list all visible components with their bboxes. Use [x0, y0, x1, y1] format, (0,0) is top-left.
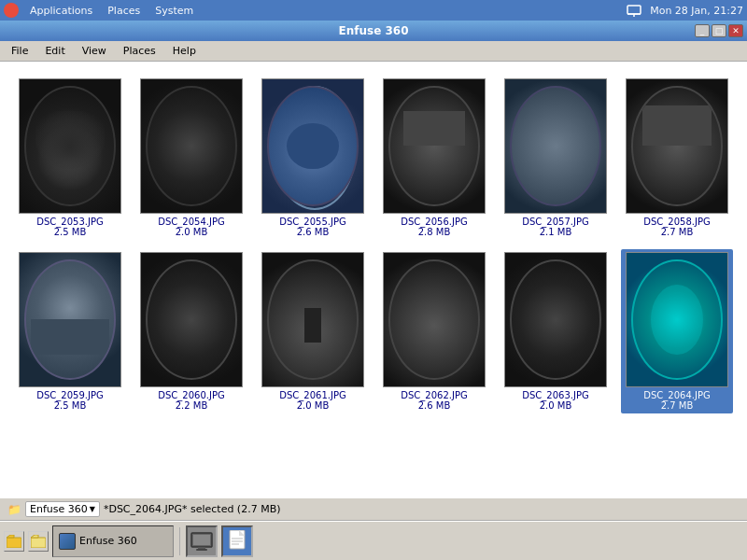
taskbar-folder2-icon-btn[interactable]: [28, 531, 49, 552]
menu-help[interactable]: Help: [165, 43, 204, 59]
thumb-item-2064[interactable]: DSC_2064.JPG 2.7 MB: [621, 249, 733, 413]
network-icon: [626, 3, 642, 18]
folder2-icon: [31, 535, 46, 548]
system-bar: Applications Places System Mon 28 Jan, 2…: [0, 0, 747, 21]
fisheye-2064: [627, 253, 727, 386]
thumb-item-2063[interactable]: DSC_2063.JPG 2.0 MB: [500, 249, 612, 413]
folder-name: Enfuse 360: [30, 503, 88, 515]
thumb-size-2054: 2.0 MB: [176, 227, 208, 237]
fisheye-2061: [262, 253, 363, 386]
system-clock: Mon 28 Jan, 21:27: [650, 5, 743, 17]
thumb-name-2063: DSC_2063.JPG: [522, 390, 588, 400]
fisheye-2054: [141, 79, 242, 213]
thumb-item-2062[interactable]: DSC_2062.JPG 2.6 MB: [378, 249, 490, 413]
status-bar: 📁 Enfuse 360 ▼ *DSC_2064.JPG* selected (…: [0, 497, 747, 521]
thumb-frame-2055: [261, 78, 364, 214]
thumb-item-2058[interactable]: DSC_2058.JPG 2.7 MB: [621, 76, 733, 240]
app-icon: [4, 3, 19, 18]
svg-rect-6: [193, 535, 210, 545]
fisheye-2058: [627, 79, 727, 213]
thumb-item-2060[interactable]: DSC_2060.JPG 2.2 MB: [135, 249, 247, 413]
status-selected-text: *DSC_2064.JPG* selected (2.7 MB): [104, 503, 281, 515]
menu-places[interactable]: Places: [116, 43, 163, 59]
folder-icon: [7, 535, 21, 548]
file-icon: [228, 530, 247, 553]
thumb-size-2062: 2.6 MB: [418, 400, 451, 411]
taskbar-enfuse-app[interactable]: Enfuse 360: [52, 525, 174, 557]
menu-bar: File Edit View Places Help: [0, 41, 747, 62]
thumb-frame-2057: [504, 78, 607, 214]
thumb-size-2060: 2.2 MB: [176, 400, 208, 411]
svg-rect-8: [196, 549, 207, 551]
thumb-item-2056[interactable]: DSC_2056.JPG 2.8 MB: [378, 76, 490, 240]
thumbnail-grid: DSC_2053.JPG 2.5 MB DSC_2054.JPG 2.0 MB: [9, 71, 738, 418]
thumb-size-2058: 2.7 MB: [661, 227, 694, 237]
sys-menu-places[interactable]: Places: [104, 3, 144, 19]
window-title: Enfuse 360: [338, 24, 408, 37]
thumb-item-2059[interactable]: DSC_2059.JPG 2.5 MB: [14, 249, 126, 413]
monitor-icon: [190, 532, 213, 551]
taskbar-app-label: Enfuse 360: [79, 535, 137, 547]
thumb-name-2054: DSC_2054.JPG: [158, 217, 224, 227]
minimize-button[interactable]: _: [695, 24, 710, 37]
fisheye-2053: [20, 79, 120, 213]
taskbar-enfuse-icon: [59, 533, 76, 550]
main-window: Enfuse 360 _ □ ✕ File Edit View Places H…: [0, 21, 747, 560]
maximize-button[interactable]: □: [712, 24, 726, 37]
taskbar-folder-icon-btn[interactable]: [4, 531, 24, 552]
taskbar: Enfuse 360: [0, 521, 747, 560]
thumb-frame-2060: [140, 252, 243, 387]
close-button[interactable]: ✕: [728, 24, 743, 37]
thumb-frame-2064: [626, 252, 728, 387]
thumb-name-2056: DSC_2056.JPG: [401, 217, 467, 227]
menu-edit[interactable]: Edit: [37, 43, 72, 59]
thumb-item-2061[interactable]: DSC_2061.JPG 2.0 MB: [257, 249, 369, 413]
fisheye-2060: [141, 253, 242, 386]
thumb-size-2063: 2.0 MB: [540, 400, 572, 411]
svg-rect-4: [31, 538, 46, 548]
file-browser[interactable]: DSC_2053.JPG 2.5 MB DSC_2054.JPG 2.0 MB: [0, 62, 747, 497]
sys-menu-applications[interactable]: Applications: [26, 3, 96, 19]
thumb-size-2055: 2.6 MB: [297, 227, 330, 237]
fisheye-2063: [505, 253, 606, 386]
svg-rect-9: [230, 530, 245, 549]
taskbar-separator: [179, 527, 180, 555]
thumb-item-2053[interactable]: DSC_2053.JPG 2.5 MB: [14, 76, 126, 240]
thumb-frame-2053: [19, 78, 121, 214]
thumb-name-2057: DSC_2057.JPG: [522, 217, 588, 227]
menu-view[interactable]: View: [75, 43, 114, 59]
svg-rect-0: [627, 6, 641, 14]
thumb-frame-2058: [626, 78, 728, 214]
thumb-item-2055[interactable]: DSC_2055.JPG 2.6 MB: [257, 76, 369, 240]
thumb-name-2053: DSC_2053.JPG: [36, 217, 103, 227]
thumb-frame-2062: [383, 252, 486, 387]
thumb-name-2058: DSC_2058.JPG: [643, 217, 710, 227]
fisheye-2062: [384, 253, 485, 386]
thumb-name-2059: DSC_2059.JPG: [36, 390, 103, 400]
folder-dropdown[interactable]: Enfuse 360 ▼: [25, 501, 100, 517]
window-controls: _ □ ✕: [695, 24, 743, 37]
thumb-frame-2056: [383, 78, 486, 214]
fisheye-2059: [20, 253, 120, 386]
title-bar: Enfuse 360 _ □ ✕: [0, 21, 747, 41]
sys-menu-system[interactable]: System: [151, 3, 197, 19]
thumb-size-2056: 2.8 MB: [418, 227, 451, 237]
svg-rect-7: [198, 547, 205, 549]
fisheye-2057: [505, 79, 606, 213]
thumb-size-2059: 2.5 MB: [54, 400, 87, 411]
thumb-item-2057[interactable]: DSC_2057.JPG 2.1 MB: [500, 76, 612, 240]
taskbar-monitor-btn[interactable]: [186, 525, 218, 557]
taskbar-files-btn[interactable]: [221, 525, 253, 557]
thumb-size-2064: 2.7 MB: [661, 400, 694, 411]
thumb-name-2061: DSC_2061.JPG: [279, 390, 345, 400]
menu-file[interactable]: File: [4, 43, 35, 59]
svg-rect-3: [7, 538, 21, 548]
folder-icon-sm: 📁: [7, 503, 21, 516]
thumb-size-2061: 2.0 MB: [297, 400, 330, 411]
thumb-size-2057: 2.1 MB: [540, 227, 572, 237]
thumb-name-2064: DSC_2064.JPG: [643, 390, 710, 400]
thumb-frame-2054: [140, 78, 243, 214]
dropdown-arrow: ▼: [90, 505, 95, 513]
thumb-name-2055: DSC_2055.JPG: [279, 217, 345, 227]
thumb-item-2054[interactable]: DSC_2054.JPG 2.0 MB: [135, 76, 247, 240]
